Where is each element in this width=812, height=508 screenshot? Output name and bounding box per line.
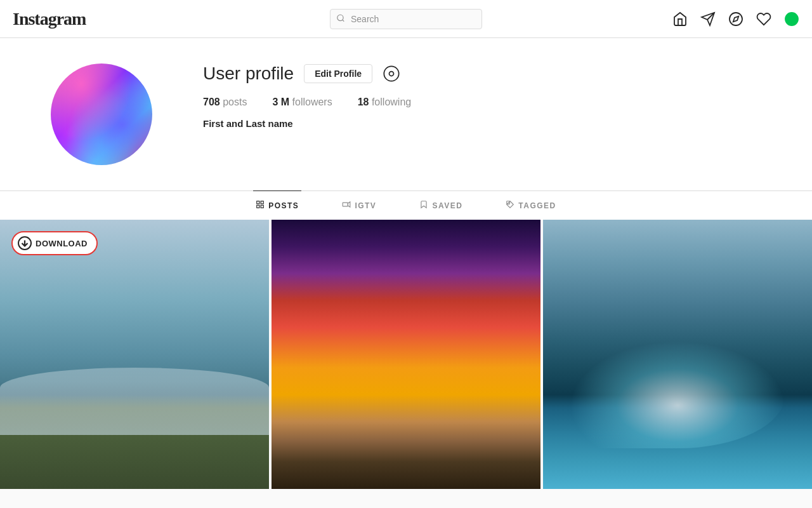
avatar bbox=[51, 64, 152, 165]
bookmark-icon bbox=[419, 200, 428, 211]
download-circle-icon bbox=[18, 236, 32, 250]
stat-following: 18 following bbox=[358, 97, 412, 108]
explore-icon[interactable] bbox=[728, 11, 743, 27]
svg-rect-11 bbox=[261, 201, 263, 204]
heart-icon[interactable] bbox=[756, 11, 771, 27]
stat-posts: 708 posts bbox=[203, 97, 247, 108]
search-bar bbox=[330, 9, 482, 29]
search-icon bbox=[336, 13, 345, 24]
tab-tagged[interactable]: TAGGED bbox=[503, 190, 558, 220]
sunset-image bbox=[272, 220, 540, 489]
send-icon[interactable] bbox=[700, 11, 716, 27]
igtv-icon bbox=[342, 200, 351, 211]
posts-grid: DOWNLOAD bbox=[0, 220, 812, 489]
svg-marker-15 bbox=[348, 202, 351, 207]
tab-saved[interactable]: SAVED bbox=[417, 190, 465, 220]
svg-rect-13 bbox=[261, 205, 263, 208]
wave-image bbox=[543, 220, 812, 489]
home-icon[interactable] bbox=[672, 11, 688, 27]
profile-stats: 708 posts 3 M followers 18 following bbox=[203, 97, 787, 108]
profile-info: User profile Edit Profile 708 posts 3 M … bbox=[203, 64, 787, 129]
coastal-image bbox=[0, 220, 269, 489]
svg-marker-5 bbox=[733, 16, 738, 21]
svg-point-0 bbox=[337, 15, 343, 20]
svg-point-9 bbox=[390, 72, 394, 76]
svg-point-8 bbox=[384, 66, 398, 81]
profile-section: User profile Edit Profile 708 posts 3 M … bbox=[0, 38, 812, 190]
tabs-bar: POSTS IGTV SAVED TAGGED bbox=[0, 190, 812, 220]
tab-posts-label: POSTS bbox=[268, 201, 299, 210]
svg-rect-10 bbox=[257, 201, 259, 204]
logo: Instagram bbox=[13, 9, 140, 29]
svg-rect-14 bbox=[343, 203, 348, 206]
download-nav-icon[interactable] bbox=[784, 11, 799, 27]
tab-tagged-label: TAGGED bbox=[518, 201, 556, 210]
download-button[interactable]: DOWNLOAD bbox=[11, 231, 98, 255]
tab-igtv[interactable]: IGTV bbox=[339, 190, 379, 220]
stat-followers: 3 M followers bbox=[272, 97, 332, 108]
svg-rect-12 bbox=[257, 205, 259, 208]
download-label: DOWNLOAD bbox=[36, 239, 88, 248]
header: Instagram bbox=[0, 0, 812, 38]
svg-point-4 bbox=[730, 13, 742, 25]
svg-line-1 bbox=[343, 20, 344, 22]
tab-saved-label: SAVED bbox=[432, 201, 462, 210]
settings-icon[interactable] bbox=[383, 65, 400, 83]
grid-icon bbox=[256, 200, 265, 211]
profile-username: User profile bbox=[203, 64, 294, 84]
grid-item-2[interactable] bbox=[272, 220, 540, 489]
grid-item-1[interactable]: DOWNLOAD bbox=[0, 220, 269, 489]
tag-icon bbox=[506, 200, 514, 211]
profile-top: User profile Edit Profile bbox=[203, 64, 787, 84]
search-input[interactable] bbox=[330, 9, 482, 29]
tab-posts[interactable]: POSTS bbox=[253, 190, 301, 220]
tab-igtv-label: IGTV bbox=[355, 201, 376, 210]
avatar-wrap bbox=[51, 64, 152, 165]
grid-item-3[interactable] bbox=[543, 220, 812, 489]
profile-full-name: First and Last name bbox=[203, 118, 787, 129]
header-nav bbox=[672, 11, 799, 27]
edit-profile-button[interactable]: Edit Profile bbox=[304, 64, 372, 83]
